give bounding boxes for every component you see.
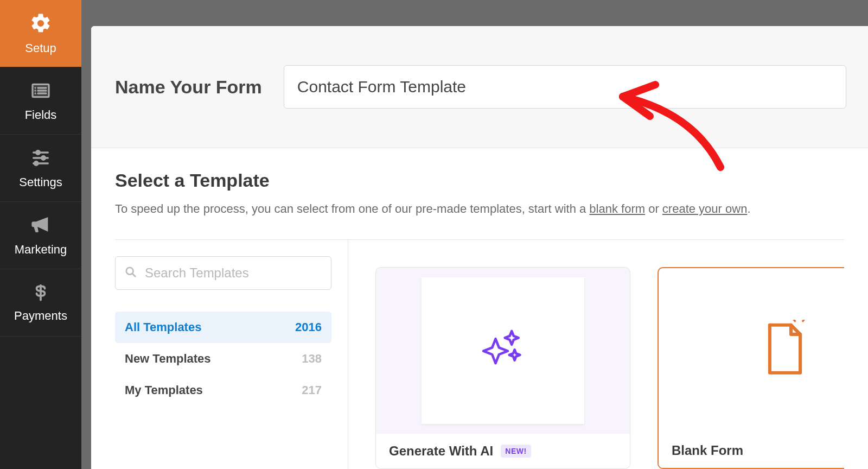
card-title: Generate With AI xyxy=(389,443,493,459)
sidebar-item-marketing[interactable]: Marketing xyxy=(0,202,81,269)
svg-point-12 xyxy=(34,161,38,165)
sliders-icon xyxy=(30,147,52,169)
sidebar-label-marketing: Marketing xyxy=(15,243,67,257)
link-create-own[interactable]: create your own xyxy=(662,202,748,216)
card-title: Blank Form xyxy=(672,443,743,458)
card-footer: Blank Form xyxy=(659,433,844,468)
select-template-subtext: To speed up the process, you can select … xyxy=(115,201,844,218)
sidebar-label-fields: Fields xyxy=(25,108,57,122)
template-card-blank[interactable]: Blank Form xyxy=(658,267,844,469)
sidebar-item-fields[interactable]: Fields xyxy=(0,67,81,135)
svg-point-10 xyxy=(42,156,46,160)
search-wrap xyxy=(115,256,331,290)
sidebar-item-payments[interactable]: Payments xyxy=(0,269,81,337)
sidebar-label-settings: Settings xyxy=(19,175,62,189)
template-split: All Templates 2016 New Templates 138 My … xyxy=(115,239,844,469)
category-new-templates[interactable]: New Templates 138 xyxy=(115,343,331,375)
link-blank-form[interactable]: blank form xyxy=(589,202,645,216)
subtext-pre: To speed up the process, you can select … xyxy=(115,202,589,216)
sidebar: Setup Fields Settings Marketing Payments xyxy=(0,0,81,469)
search-templates-input[interactable] xyxy=(115,256,331,290)
name-form-row: Name Your Form xyxy=(91,26,868,148)
gear-icon xyxy=(29,12,52,35)
category-label: My Templates xyxy=(125,383,203,397)
template-card-ai[interactable]: Generate With AI NEW! xyxy=(375,267,630,469)
new-badge: NEW! xyxy=(501,445,531,458)
category-all-templates[interactable]: All Templates 2016 xyxy=(115,312,331,343)
subtext-mid: or xyxy=(645,202,662,216)
sidebar-item-setup[interactable]: Setup xyxy=(0,0,81,67)
card-preview xyxy=(376,268,630,434)
card-preview-inner xyxy=(704,277,844,424)
subtext-post: . xyxy=(747,202,750,216)
category-count: 217 xyxy=(302,383,322,397)
sidebar-item-settings[interactable]: Settings xyxy=(0,135,81,202)
card-preview xyxy=(659,268,844,433)
category-count: 138 xyxy=(302,352,322,366)
name-form-label: Name Your Form xyxy=(113,77,262,98)
form-name-input[interactable] xyxy=(284,65,846,109)
card-footer: Generate With AI NEW! xyxy=(376,434,630,468)
sparkle-icon xyxy=(478,325,527,376)
bullhorn-icon xyxy=(30,214,52,236)
svg-line-17 xyxy=(803,320,806,321)
category-my-templates[interactable]: My Templates 217 xyxy=(115,375,331,406)
category-list: All Templates 2016 New Templates 138 My … xyxy=(115,312,331,406)
sidebar-label-payments: Payments xyxy=(14,309,67,323)
sidebar-label-setup: Setup xyxy=(25,41,56,55)
template-body: Select a Template To speed up the proces… xyxy=(91,148,868,469)
category-label: New Templates xyxy=(125,352,211,366)
search-icon xyxy=(125,266,137,280)
template-cards: Generate With AI NEW! xyxy=(348,240,844,469)
main-panel: Name Your Form Select a Template To spee… xyxy=(91,26,868,469)
card-preview-inner xyxy=(422,277,584,424)
file-icon xyxy=(761,320,809,382)
category-column: All Templates 2016 New Templates 138 My … xyxy=(115,240,348,469)
svg-line-15 xyxy=(792,320,795,321)
category-count: 2016 xyxy=(295,320,322,334)
dollar-icon xyxy=(31,283,50,302)
category-label: All Templates xyxy=(125,320,201,334)
list-icon xyxy=(30,80,52,102)
svg-line-14 xyxy=(132,274,136,277)
select-template-heading: Select a Template xyxy=(115,170,844,191)
app-root: Setup Fields Settings Marketing Payments xyxy=(0,0,868,469)
svg-point-8 xyxy=(36,150,40,154)
